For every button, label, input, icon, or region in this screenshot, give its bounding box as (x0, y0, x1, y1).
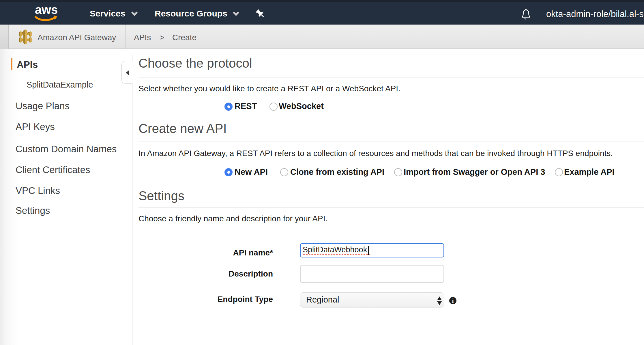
svg-text:aws: aws (35, 3, 58, 16)
